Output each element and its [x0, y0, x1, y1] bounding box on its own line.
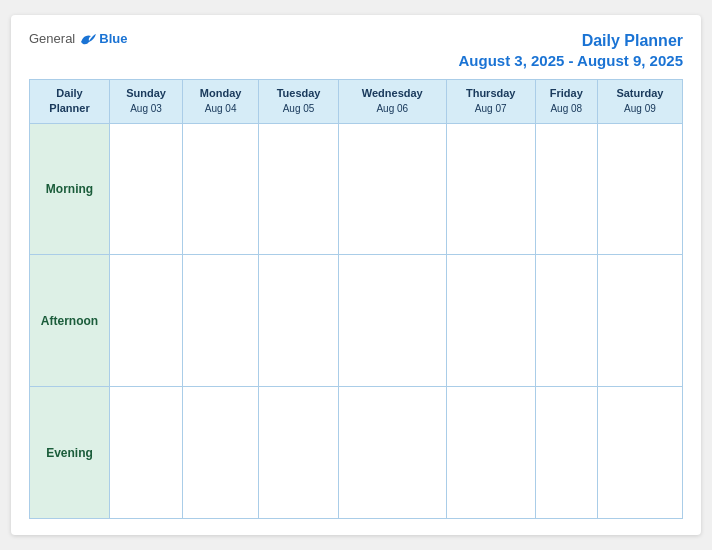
afternoon-wednesday[interactable]: [338, 255, 446, 387]
evening-wednesday[interactable]: [338, 387, 446, 519]
day-date-monday: Aug 04: [185, 102, 256, 116]
evening-sunday[interactable]: [110, 387, 183, 519]
afternoon-tuesday[interactable]: [259, 255, 339, 387]
day-name-friday: Friday: [538, 86, 595, 101]
afternoon-monday[interactable]: [183, 255, 259, 387]
page: General Blue Daily Planner August 3, 202…: [11, 15, 701, 535]
column-header-sunday: Sunday Aug 03: [110, 79, 183, 123]
column-header-monday: Monday Aug 04: [183, 79, 259, 123]
afternoon-row: Afternoon: [30, 255, 683, 387]
evening-label: Evening: [30, 387, 110, 519]
day-date-sunday: Aug 03: [112, 102, 180, 116]
morning-tuesday[interactable]: [259, 123, 339, 255]
header: General Blue Daily Planner August 3, 202…: [29, 31, 683, 69]
afternoon-sunday[interactable]: [110, 255, 183, 387]
logo-bird-icon: [79, 32, 97, 46]
column-header-label: Daily Planner: [30, 79, 110, 123]
day-date-thursday: Aug 07: [449, 102, 533, 116]
morning-row: Morning: [30, 123, 683, 255]
label-line2: Planner: [49, 102, 89, 114]
column-header-friday: Friday Aug 08: [535, 79, 597, 123]
morning-friday[interactable]: [535, 123, 597, 255]
morning-thursday[interactable]: [446, 123, 535, 255]
day-name-saturday: Saturday: [600, 86, 680, 101]
morning-label: Morning: [30, 123, 110, 255]
day-name-tuesday: Tuesday: [261, 86, 336, 101]
evening-thursday[interactable]: [446, 387, 535, 519]
day-name-sunday: Sunday: [112, 86, 180, 101]
evening-saturday[interactable]: [597, 387, 682, 519]
evening-row: Evening: [30, 387, 683, 519]
title-area: Daily Planner August 3, 2025 - August 9,…: [458, 31, 683, 69]
morning-monday[interactable]: [183, 123, 259, 255]
evening-friday[interactable]: [535, 387, 597, 519]
logo-general: General: [29, 31, 75, 46]
evening-monday[interactable]: [183, 387, 259, 519]
day-name-thursday: Thursday: [449, 86, 533, 101]
date-range: August 3, 2025 - August 9, 2025: [458, 52, 683, 69]
morning-wednesday[interactable]: [338, 123, 446, 255]
column-header-saturday: Saturday Aug 09: [597, 79, 682, 123]
afternoon-label: Afternoon: [30, 255, 110, 387]
label-line1: Daily: [56, 87, 82, 99]
day-date-friday: Aug 08: [538, 102, 595, 116]
column-header-thursday: Thursday Aug 07: [446, 79, 535, 123]
day-date-wednesday: Aug 06: [341, 102, 444, 116]
day-date-saturday: Aug 09: [600, 102, 680, 116]
day-date-tuesday: Aug 05: [261, 102, 336, 116]
column-header-wednesday: Wednesday Aug 06: [338, 79, 446, 123]
day-name-wednesday: Wednesday: [341, 86, 444, 101]
calendar-table: Daily Planner Sunday Aug 03 Monday Aug 0…: [29, 79, 683, 519]
afternoon-saturday[interactable]: [597, 255, 682, 387]
afternoon-thursday[interactable]: [446, 255, 535, 387]
afternoon-friday[interactable]: [535, 255, 597, 387]
day-name-monday: Monday: [185, 86, 256, 101]
logo-area: General Blue: [29, 31, 127, 46]
morning-saturday[interactable]: [597, 123, 682, 255]
header-row: Daily Planner Sunday Aug 03 Monday Aug 0…: [30, 79, 683, 123]
evening-tuesday[interactable]: [259, 387, 339, 519]
logo-blue: Blue: [99, 31, 127, 46]
column-header-tuesday: Tuesday Aug 05: [259, 79, 339, 123]
page-title: Daily Planner: [458, 31, 683, 52]
logo-text: General Blue: [29, 31, 127, 46]
morning-sunday[interactable]: [110, 123, 183, 255]
